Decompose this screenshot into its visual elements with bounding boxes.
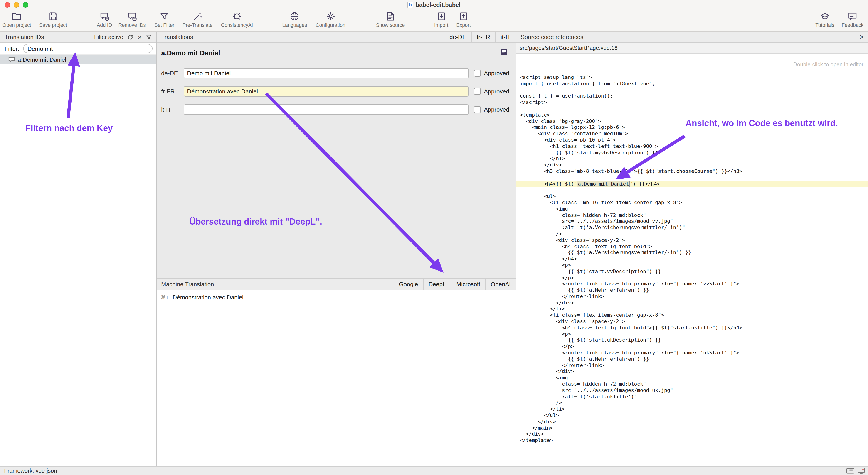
code-line: </div> [516, 431, 868, 438]
clear-filter-icon[interactable]: × [137, 34, 142, 40]
toolbar-label: Set Filter [154, 22, 174, 28]
folder-open-icon [12, 11, 22, 21]
translations-panel: Translations de-DE fr-FR it-IT a.Demo mi… [157, 32, 516, 466]
toolbar-label: Remove IDs [118, 22, 146, 28]
translation-input-fr[interactable] [184, 86, 468, 97]
code-line: {{ $t("a.Mehr erfahren") }} [516, 356, 868, 363]
source-file-reference[interactable]: src/pages/start/GuestStartPage.vue:18 [516, 43, 868, 54]
code-line: <img [516, 375, 868, 381]
language-tabs: de-DE fr-FR it-IT [444, 32, 516, 42]
mt-provider-tabs: Google DeepL Microsoft OpenAI [394, 278, 516, 290]
close-panel-icon[interactable]: × [859, 33, 868, 41]
consistency-ai-button[interactable]: ConsistencyAI [221, 11, 253, 28]
code-line: <li class="mb-16 flex items-center gap-x… [516, 200, 868, 206]
code-line: <p> [516, 331, 868, 337]
toolbar-label: Languages [282, 22, 307, 28]
refresh-filter-icon[interactable] [127, 34, 133, 40]
toolbar-label: ConsistencyAI [221, 22, 253, 28]
code-line: :alt="t('start.ukTitle')" [516, 394, 868, 400]
filter-active-label: Filter active [94, 34, 123, 40]
machine-translation-header: Machine Translation Google DeepL Microso… [157, 278, 516, 291]
tutorials-button[interactable]: Tutorials [815, 11, 834, 28]
code-line: <div class="space-y-2"> [516, 318, 868, 325]
mt-provider-google[interactable]: Google [394, 278, 423, 290]
approved-checkbox-de[interactable] [474, 70, 481, 77]
code-line [516, 106, 868, 112]
code-line: <router-link class="btn-primary" :to="{ … [516, 350, 868, 356]
code-line: <h3 class="mb-8 text-blue-900">{{ $t("st… [516, 168, 868, 175]
feedback-button[interactable]: Feedback [842, 11, 864, 28]
code-line: {{ $t("start.ukDescription") }} [516, 337, 868, 344]
code-line: {{ $t("a.Mehr erfahren") }} [516, 287, 868, 294]
translation-input-it[interactable] [184, 104, 468, 115]
code-line: <h1 class="text-left text-blue-900"> [516, 143, 868, 150]
screen-share-icon[interactable] [858, 468, 865, 474]
code-line: /> [516, 231, 868, 237]
keyboard-icon[interactable] [846, 468, 855, 474]
lang-tab-it[interactable]: it-IT [495, 32, 516, 42]
code-line: {{ $t("a.Versicherungsvermittler/-in") }… [516, 250, 868, 256]
import-icon [436, 11, 446, 21]
add-id-button[interactable]: Add ID [97, 11, 112, 28]
approved-label: Approved [484, 103, 509, 116]
lang-tab-de[interactable]: de-DE [444, 32, 471, 42]
pre-translate-button[interactable]: Pre-Translate [183, 11, 213, 28]
toolbar-label: Feedback [842, 22, 864, 28]
close-window-button[interactable] [4, 2, 10, 8]
save-project-button[interactable]: Save project [39, 11, 67, 28]
code-line: </div> [516, 300, 868, 306]
code-line: src="../../assets/images/mood_uk.jpg" [516, 387, 868, 394]
panel-title: Source code references [516, 34, 583, 40]
code-line: class="hidden h-72 md:block" [516, 212, 868, 218]
remove-ids-icon [127, 11, 137, 21]
highlighted-translation-key: a.Demo mit Daniel [577, 180, 630, 187]
remove-ids-button[interactable]: Remove IDs [118, 11, 146, 28]
code-line: <main class="lg:px-12 lg:pb-6"> [516, 125, 868, 131]
set-filter-button[interactable]: Set Filter [154, 11, 174, 28]
app-window: b babel-edit.babel Open project Save pro… [0, 0, 868, 475]
languages-button[interactable]: Languages [282, 11, 307, 28]
mt-provider-openai[interactable]: OpenAI [485, 278, 516, 290]
filter-input[interactable] [23, 44, 153, 53]
translation-ids-header: Translation IDs Filter active × [0, 32, 156, 43]
open-project-button[interactable]: Open project [2, 11, 31, 28]
traffic-lights [4, 2, 28, 8]
filter-funnel-icon[interactable] [146, 34, 152, 40]
code-line: </router-link> [516, 362, 868, 369]
translation-row-fr: fr-FR Approved [157, 85, 516, 98]
source-document-icon [385, 11, 395, 21]
code-line: <div class="container-medium"> [516, 131, 868, 137]
toolbar-label: Tutorials [815, 22, 834, 28]
code-line: const { t } = useTranslation(); [516, 93, 868, 100]
approved-checkbox-it[interactable] [474, 106, 481, 113]
export-button[interactable]: Export [456, 11, 471, 28]
show-source-button[interactable]: Show source [376, 11, 405, 28]
code-lines[interactable]: <script setup lang="ts">import { useTran… [516, 70, 868, 466]
translation-id-label: a.Demo mit Daniel [18, 56, 66, 63]
source-references-icon[interactable] [500, 48, 507, 57]
wand-icon [192, 11, 203, 21]
minimize-window-button[interactable] [13, 2, 19, 8]
translation-input-de[interactable] [184, 68, 468, 78]
mt-provider-deepl[interactable]: DeepL [423, 278, 451, 290]
code-line: <h4 class="text-lg font-bold"> [516, 243, 868, 250]
translation-editor-area: a.Demo mit Daniel de-DE Approved fr-FR A… [157, 43, 516, 278]
code-line: </ul> [516, 412, 868, 419]
zoom-window-button[interactable] [23, 2, 28, 8]
mt-suggestion-row[interactable]: ⌘1 Démonstration avec Daniel [157, 291, 516, 301]
approved-checkbox-fr[interactable] [474, 88, 481, 95]
lang-tab-fr[interactable]: fr-FR [471, 32, 495, 42]
import-button[interactable]: Import [434, 11, 448, 28]
globe-icon [290, 11, 300, 21]
toolbar-label: Save project [39, 22, 67, 28]
mt-provider-microsoft[interactable]: Microsoft [451, 278, 485, 290]
translation-ids-panel: Translation IDs Filter active × Filter: … [0, 32, 157, 466]
code-line: </main> [516, 425, 868, 431]
code-line: </div> [516, 162, 868, 168]
document-proxy-icon: b [407, 2, 413, 8]
translation-id-item-selected[interactable]: a.Demo mit Daniel [0, 55, 156, 64]
code-line: import { useTranslation } from "i18next-… [516, 81, 868, 87]
code-line: <div class="bg-gray-200"> [516, 118, 868, 125]
configuration-button[interactable]: Configuration [316, 11, 345, 28]
filter-row: Filter: [0, 43, 156, 55]
